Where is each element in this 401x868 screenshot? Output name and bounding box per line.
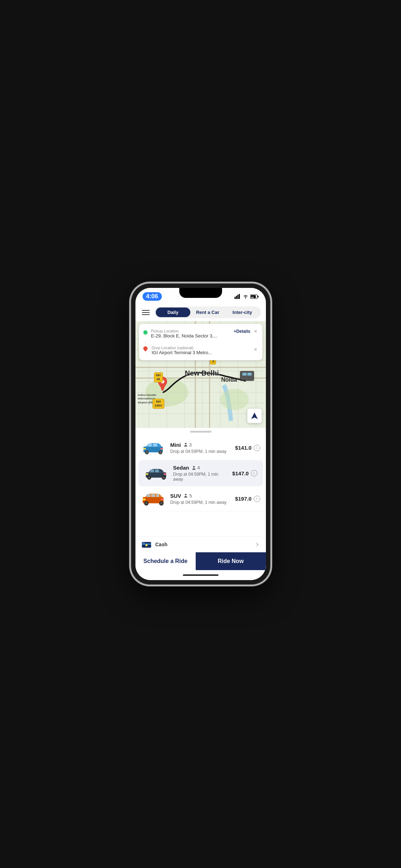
svg-rect-2 [237, 295, 238, 299]
sedan-drop-time: Drop at 04:59PM, 1 min away [173, 472, 228, 482]
tab-intercity[interactable]: Inter-city [225, 308, 259, 317]
suv-info-button[interactable]: i [254, 496, 260, 502]
svg-rect-6 [257, 296, 258, 298]
suv-name-row: SUV 5 [170, 493, 231, 499]
pickup-text: Pickup Location E-29, Block E, Noida Sec… [151, 329, 217, 339]
home-bar [183, 574, 219, 576]
map-container: New Delhi Noida Indira GandhiInternation… [135, 321, 266, 428]
home-indicator [135, 570, 266, 580]
tab-rent-a-car[interactable]: Rent a Car [190, 308, 225, 317]
tab-daily[interactable]: Daily [156, 308, 190, 317]
person-icon-suv [183, 493, 188, 498]
svg-rect-0 [235, 297, 236, 299]
svg-point-56 [193, 466, 195, 467]
pickup-dot [143, 330, 148, 335]
status-icons: 42 [235, 294, 259, 299]
svg-rect-58 [146, 494, 150, 497]
suv-car-svg [142, 492, 166, 506]
svg-point-4 [245, 298, 246, 298]
city-label: New Delhi [185, 369, 219, 377]
pickup-close-button[interactable]: × [253, 327, 258, 335]
svg-point-43 [159, 451, 161, 454]
svg-rect-71 [143, 542, 145, 543]
location-top-row: Pickup Location E-29, Block E, Noida Sec… [143, 327, 258, 340]
noida-label: Noida [221, 377, 237, 383]
navigate-button[interactable] [247, 409, 262, 423]
tab-bar: Daily Rent a Car Inter-city [155, 306, 261, 318]
svg-text:42: 42 [251, 296, 254, 298]
payment-row[interactable]: Cash [135, 536, 266, 552]
svg-rect-66 [161, 498, 163, 500]
svg-rect-34 [242, 373, 247, 376]
signal-icon [235, 294, 241, 299]
mini-car-svg [142, 441, 166, 455]
svg-point-62 [145, 502, 147, 504]
svg-point-67 [185, 494, 187, 496]
ride-option-suv[interactable]: SUV 5 Drop at 04:59PM, 1 min away $197.0 [135, 486, 266, 511]
drop-row: Drop Location (optional) IGI Airport Ter… [143, 344, 258, 357]
mini-name: Mini [170, 442, 181, 448]
header: Daily Rent a Car Inter-city [135, 304, 266, 321]
svg-point-70 [145, 544, 148, 546]
location-panel: Pickup Location E-29, Block E, Noida Sec… [139, 324, 262, 360]
svg-rect-54 [146, 473, 148, 475]
drop-value[interactable]: IGI Airport Terminal 3 Metro... [152, 350, 250, 355]
drop-text: Drop Location (optional) IGI Airport Ter… [152, 346, 250, 355]
svg-rect-3 [239, 294, 240, 299]
suv-pax: 5 [183, 493, 192, 498]
svg-point-41 [145, 451, 148, 454]
suv-car-image [141, 491, 166, 507]
chevron-right-icon [255, 542, 260, 547]
mini-car-image [141, 440, 166, 456]
svg-rect-55 [164, 473, 166, 475]
nh48-badge: NH48 [154, 372, 163, 382]
mini-info-button[interactable]: i [254, 445, 260, 451]
details-button[interactable]: +Details [234, 329, 250, 334]
svg-rect-59 [151, 494, 155, 497]
payment-label: Cash [155, 542, 168, 547]
sedan-info-button[interactable]: i [251, 470, 257, 476]
svg-point-51 [148, 476, 150, 479]
drop-close-button[interactable]: × [253, 346, 258, 353]
svg-rect-1 [236, 296, 237, 299]
pickup-value[interactable]: E-29, Block E, Noida Sector 3,... [151, 333, 217, 339]
drop-pin [143, 346, 148, 351]
svg-rect-60 [156, 494, 159, 497]
battery-icon: 42 [250, 294, 259, 299]
nh148a-badge: NH148A [153, 399, 165, 409]
schedule-ride-button[interactable]: Schedule a Ride [135, 552, 196, 570]
sedan-pax: 4 [191, 465, 200, 470]
bottom-buttons: Schedule a Ride Ride Now [135, 552, 266, 570]
svg-point-46 [185, 443, 186, 445]
svg-point-64 [160, 502, 163, 504]
suv-drop-time: Drop at 04:59PM, 1 min away [170, 500, 231, 505]
wifi-icon [243, 294, 248, 299]
mini-name-row: Mini 3 [170, 442, 231, 448]
svg-rect-45 [160, 448, 163, 449]
drop-label: Drop Location (optional) [152, 346, 250, 350]
menu-button[interactable] [140, 309, 151, 316]
drag-handle [135, 428, 266, 434]
mini-pax: 3 [183, 442, 192, 448]
svg-rect-65 [143, 498, 145, 500]
ride-option-mini[interactable]: Mini 3 Drop at 04:59PM, 1 min away $141.… [135, 435, 266, 460]
pickup-row: Pickup Location E-29, Block E, Noida Sec… [143, 327, 217, 340]
svg-rect-49 [155, 469, 159, 472]
suv-name: SUV [170, 493, 181, 499]
sedan-car-image [144, 465, 169, 481]
suv-price: $197.0 [235, 496, 252, 502]
status-time: 4:06 [143, 292, 162, 301]
ride-now-button[interactable]: Ride Now [196, 552, 266, 570]
sedan-name-row: Sedan 4 [173, 465, 228, 471]
svg-rect-48 [150, 469, 154, 472]
mini-drop-time: Drop at 04:59PM, 1 min away [170, 449, 231, 454]
suv-ride-info: SUV 5 Drop at 04:59PM, 1 min away [170, 493, 231, 505]
mini-ride-info: Mini 3 Drop at 04:59PM, 1 min away [170, 442, 231, 454]
ride-option-sedan[interactable]: Sedan 4 Drop at 04:59PM, 1 min away $147… [138, 460, 263, 486]
cash-icon [141, 541, 152, 548]
payment-icon [141, 540, 152, 549]
mini-price-row: $141.0 i [235, 445, 260, 451]
map-background[interactable]: New Delhi Noida Indira GandhiInternation… [135, 321, 266, 428]
sedan-price-row: $147.0 i [232, 470, 257, 476]
svg-point-53 [163, 476, 165, 479]
